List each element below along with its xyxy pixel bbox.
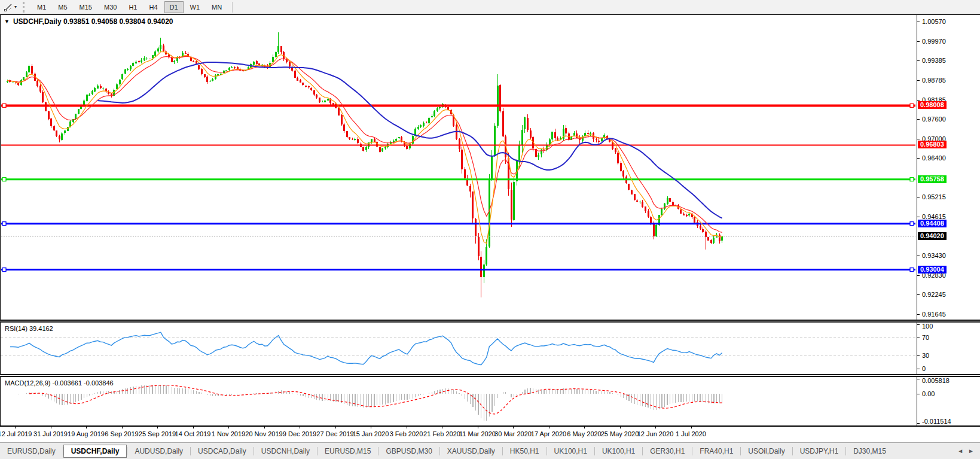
date-tick [407,427,407,428]
price-tick [917,41,920,42]
date-label: 14 Oct 2019 [175,430,211,437]
timeframe-button-m15[interactable]: M15 [74,1,97,13]
rsi-tick [917,338,920,338]
timeframe-button-h1[interactable]: H1 [123,1,142,13]
rsi-tick-label: 70 [922,334,929,341]
chart-tab-eurusd-daily[interactable]: EURUSD,Daily [0,445,63,458]
candlestick-plot[interactable] [1,15,917,320]
timeframe-button-d1[interactable]: D1 [164,1,184,13]
chart-tab-gbpusd-m30[interactable]: GBPUSD,M30 [378,445,439,458]
date-tick [620,427,621,428]
ohlc-low: 0.93804 [119,17,145,26]
date-label: 31 Jul 2019 [33,430,68,437]
chart-tab-usdcad-daily[interactable]: USDCAD,Daily [191,445,254,458]
chart-tab-usdcnh-daily[interactable]: USDCNH,Daily [254,445,317,458]
timeframe-button-m5[interactable]: M5 [53,1,72,13]
price-tick [917,197,920,197]
chart-tab-uk100-h1[interactable]: UK100,H1 [547,445,594,458]
timeframe-button-m30[interactable]: M30 [99,1,122,13]
rsi-tick [917,324,920,325]
rsi-name: RSI(14) [5,325,28,332]
toolbar-separator [232,2,233,13]
chart-tab-usdchf-daily[interactable]: USDCHF,Daily [63,445,127,458]
timeframe-buttons: M1M5M15M30H1H4D1W1MN [31,1,228,13]
chart-tab-audusd-daily[interactable]: AUDUSD,Daily [127,445,190,458]
main-chart-pane[interactable]: ▼USDCHF,Daily 0.93851 0.94058 0.93804 0.… [0,15,980,320]
chart-tab-ger30-h1[interactable]: GER30,H1 [643,445,692,458]
tab-scroll-right-icon[interactable]: ► [968,448,974,454]
dropdown-arrow-icon: ▾ [14,4,17,10]
timeframe-button-h4[interactable]: H4 [144,1,163,13]
price-tick [917,100,920,101]
rsi-tick-label: 30 [922,352,929,359]
date-label: 30 Mar 2020 [494,430,532,437]
chart-tab-fra40-h1[interactable]: FRA40,H1 [692,445,740,458]
date-tick [193,427,194,428]
chart-tab-usdjpy-h1[interactable]: USDJPY,H1 [793,445,845,458]
toolbar-drag-handle[interactable] [23,2,26,13]
rsi-tick-label: 100 [922,323,933,330]
price-tick [917,60,920,61]
macd-tick-label: 0.00 [922,390,935,397]
date-label: 12 Jun 2020 [637,430,674,437]
price-tick-label: 0.97600 [922,115,946,123]
macd-tick [917,394,920,394]
chart-tab-usoil-daily[interactable]: USOil,Daily [741,445,792,458]
date-tick [157,427,158,428]
date-label: 19 Aug 2019 [68,430,105,437]
price-tick [917,217,920,217]
timeframe-button-mn[interactable]: MN [206,1,227,13]
line-price-tag: 0.96803 [918,141,947,148]
macd-tick-label: 0.005818 [922,377,950,384]
line-price-tag: 0.93004 [918,266,947,273]
rsi-plot[interactable] [1,323,917,374]
date-label: 9 Dec 2019 [283,430,316,437]
current-price-tag: 0.94020 [918,232,947,240]
timeframe-button-w1[interactable]: W1 [185,1,206,13]
price-tick [917,314,920,315]
chart-tab-xauusd-daily[interactable]: XAUUSD,Daily [440,445,502,458]
price-tick-label: 0.99385 [922,57,946,64]
collapse-arrow-icon: ▼ [4,19,10,25]
macd-axis: 0.0058180.00-0.011514 [917,377,980,425]
date-label: 17 Apr 2020 [531,430,566,437]
chart-tab-eurusd-m15[interactable]: EURUSD,M15 [317,445,378,458]
date-label: 20 Nov 2019 [245,430,282,437]
rsi-tick [917,355,920,356]
ohlc-high: 0.94058 [91,17,117,26]
timeframe-button-m1[interactable]: M1 [32,1,51,13]
price-tick-label: 0.96400 [922,154,946,162]
chart-symbol: USDCHF,Daily [13,17,62,26]
macd-tick [917,379,920,379]
line-price-tag: 0.94408 [918,220,947,227]
date-label: 11 Mar 2020 [459,430,496,437]
tab-scroll-left-icon[interactable]: ◄ [957,448,963,454]
ohlc-open: 0.93851 [63,17,89,26]
rsi-axis: 10070300 [917,323,980,374]
date-tick [264,427,265,428]
macd-pane[interactable]: MACD(12,26,9) -0.003661 -0.003846 0.0058… [0,377,980,426]
price-tick [917,256,920,256]
tab-list: EURUSD,DailyUSDCHF,DailyAUDUSD,DailyUSDC… [0,445,893,458]
date-tick [300,427,300,428]
macd-label: MACD(12,26,9) -0.003661 -0.003846 [5,379,114,387]
date-tick [335,427,336,428]
date-label: 25 May 2020 [601,430,639,437]
price-tick [917,22,920,22]
chart-tab-uk100-h1[interactable]: UK100,H1 [595,445,642,458]
chart-tab-hk50-h1[interactable]: HK50,H1 [503,445,547,458]
date-tick [15,427,16,428]
macd-plot[interactable] [1,377,917,426]
ohlc-close: 0.94020 [147,17,173,26]
chart-window: ▼USDCHF,Daily 0.93851 0.94058 0.93804 0.… [0,14,980,442]
chart-tab-dj30-m15[interactable]: DJ30,M15 [846,445,893,458]
price-tick [917,119,920,120]
pointer-tool-icon [4,2,13,12]
date-tick [122,427,123,428]
top-toolbar: ▾ M1M5M15M30H1H4D1W1MN [0,0,980,14]
date-label: 25 Sep 2019 [139,430,176,437]
price-tick [917,158,920,159]
price-tick-label: 0.92245 [922,291,946,298]
rsi-pane[interactable]: RSI(14) 39.4162 10070300 [0,323,980,374]
pointer-tool-button[interactable]: ▾ [0,2,19,12]
